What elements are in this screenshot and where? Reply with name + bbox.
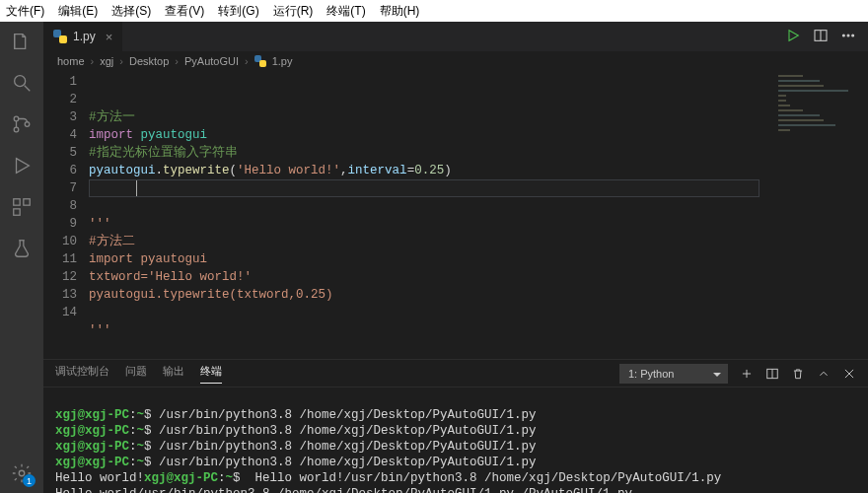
svg-rect-8 — [14, 209, 20, 215]
more-actions-icon[interactable] — [840, 28, 856, 46]
testing-icon[interactable] — [10, 237, 34, 260]
svg-point-15 — [852, 35, 854, 36]
crumb-user[interactable]: xgj — [100, 55, 113, 67]
source-control-icon[interactable] — [10, 112, 34, 136]
svg-marker-5 — [17, 159, 30, 174]
crumb-desktop[interactable]: Desktop — [129, 55, 169, 67]
manage-gear-icon[interactable]: 1 — [10, 461, 34, 485]
run-file-icon[interactable] — [785, 28, 801, 46]
menu-goto[interactable]: 转到(G) — [218, 3, 258, 20]
tab-close-icon[interactable]: × — [106, 30, 113, 44]
terminal-selector-label: 1: Python — [628, 368, 674, 380]
svg-point-14 — [847, 35, 849, 36]
breadcrumbs[interactable]: home› xgj› Desktop› PyAutoGUI› 1.py — [43, 51, 868, 71]
svg-line-1 — [25, 86, 31, 92]
close-panel-icon[interactable] — [842, 367, 856, 381]
svg-point-4 — [25, 122, 30, 127]
editor[interactable]: 1234567891011121314 #方法一 import pyautogu… — [43, 71, 868, 359]
split-editor-icon[interactable] — [813, 28, 829, 46]
extensions-icon[interactable] — [10, 195, 34, 219]
svg-point-3 — [14, 127, 19, 132]
python-file-icon — [53, 30, 67, 43]
line-gutter: 1234567891011121314 — [43, 71, 89, 359]
maximize-panel-icon[interactable] — [817, 367, 831, 381]
svg-rect-6 — [14, 199, 20, 205]
tab-label: 1.py — [73, 30, 96, 43]
gear-badge: 1 — [23, 474, 36, 487]
crumb-file[interactable]: 1.py — [272, 55, 293, 67]
svg-point-0 — [15, 76, 26, 87]
panel-tab-problems[interactable]: 问题 — [125, 364, 147, 384]
svg-point-13 — [842, 35, 844, 36]
menu-edit[interactable]: 编辑(E) — [58, 3, 98, 20]
crumb-folder[interactable]: PyAutoGUI — [184, 55, 239, 67]
svg-point-2 — [14, 116, 19, 121]
code-content[interactable]: #方法一 import pyautogui #指定光标位置输入字符串 pyaut… — [89, 71, 769, 359]
terminal-selector[interactable]: 1: Python — [619, 364, 728, 384]
new-terminal-icon[interactable] — [740, 367, 754, 381]
kill-terminal-icon[interactable] — [791, 367, 805, 381]
terminal-output[interactable]: xgj@xgj-PC:~$ /usr/bin/python3.8 /home/x… — [43, 387, 868, 493]
text-cursor — [136, 180, 137, 196]
bottom-panel: 调试控制台 问题 输出 终端 1: Python xgj@xgj-PC:~$ /… — [43, 359, 868, 493]
panel-tab-terminal[interactable]: 终端 — [200, 364, 222, 384]
svg-marker-10 — [789, 30, 798, 40]
menu-bar: 文件(F) 编辑(E) 选择(S) 查看(V) 转到(G) 运行(R) 终端(T… — [0, 0, 868, 22]
run-debug-icon[interactable] — [10, 154, 34, 177]
svg-rect-7 — [24, 199, 30, 205]
menu-help[interactable]: 帮助(H) — [380, 3, 420, 20]
split-terminal-icon[interactable] — [765, 367, 779, 381]
menu-select[interactable]: 选择(S) — [111, 3, 151, 20]
tab-file[interactable]: 1.py × — [43, 22, 123, 51]
menu-view[interactable]: 查看(V) — [165, 3, 204, 20]
activity-bar: 1 — [0, 22, 43, 493]
tab-bar: 1.py × — [43, 22, 868, 51]
menu-run[interactable]: 运行(R) — [273, 3, 314, 20]
search-icon[interactable] — [10, 71, 34, 95]
panel-tab-output[interactable]: 输出 — [163, 364, 184, 384]
crumb-home[interactable]: home — [57, 55, 85, 67]
menu-terminal[interactable]: 终端(T) — [326, 3, 365, 20]
minimap[interactable] — [769, 71, 868, 359]
panel-tab-bar: 调试控制台 问题 输出 终端 1: Python — [43, 360, 868, 387]
explorer-icon[interactable] — [10, 30, 34, 53]
panel-tab-debug[interactable]: 调试控制台 — [55, 364, 109, 384]
python-file-icon — [254, 55, 266, 67]
menu-file[interactable]: 文件(F) — [6, 3, 44, 20]
